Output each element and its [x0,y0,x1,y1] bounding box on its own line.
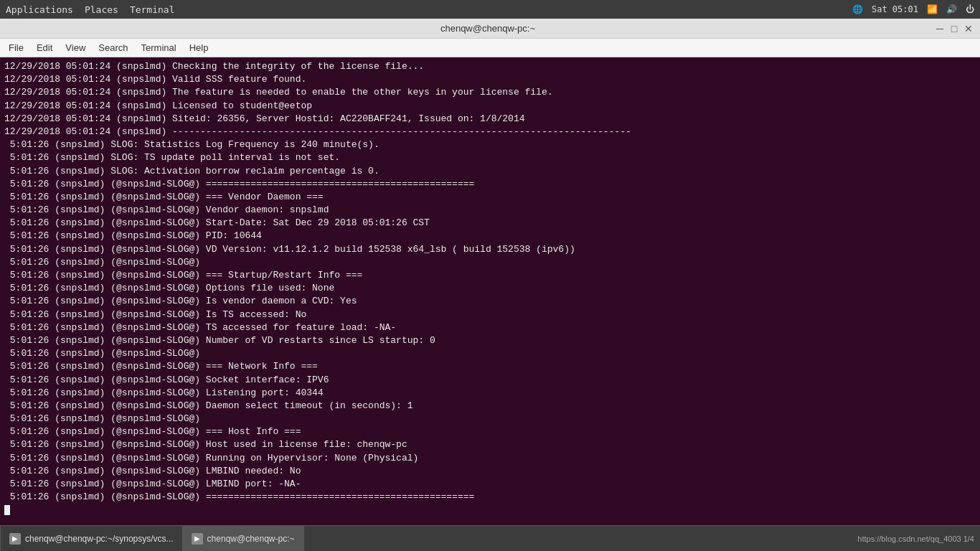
system-bar: Applications Places Terminal 🌐 Sat 05:01… [0,0,980,19]
menu-view[interactable]: View [60,41,91,55]
menu-file[interactable]: File [3,41,29,55]
menu-terminal[interactable]: Terminal [136,41,182,55]
title-bar: chenqw@chenqw-pc:~ ─ □ ✕ [0,19,980,39]
taskbar-item-1[interactable]: ▶chenqw@chenqw-pc:~ [183,526,304,551]
terminal-window: chenqw@chenqw-pc:~ ─ □ ✕ File Edit View … [0,19,980,525]
power-icon: ⏻ [966,4,974,14]
close-button[interactable]: ✕ [963,23,974,34]
taskbar-item-0[interactable]: ▶chenqw@chenqw-pc:~/synopsys/vcs... [0,526,183,551]
applications-menu[interactable]: Applications [6,4,73,15]
window-buttons: ─ □ ✕ [934,23,974,34]
taskbar-item-label: chenqw@chenqw-pc:~/synopsys/vcs... [25,534,174,544]
menu-help[interactable]: Help [184,41,215,55]
menu-edit[interactable]: Edit [31,41,58,55]
volume-icon: 🔊 [946,4,957,14]
terminal-icon: ▶ [9,533,21,545]
system-bar-right: 🌐 Sat 05:01 📶 🔊 ⏻ [852,4,974,14]
clock: Sat 05:01 [872,4,918,14]
wifi-icon: 📶 [927,4,938,14]
window-title: chenqw@chenqw-pc:~ [42,23,934,34]
menu-search[interactable]: Search [93,41,133,55]
taskbar-left: ▶chenqw@chenqw-pc:~/synopsys/vcs...▶chen… [0,526,304,551]
globe-icon: 🌐 [852,4,863,14]
taskbar-right: https://blog.csdn.net/qq_4003 1/4 [857,534,980,543]
menu-bar: File Edit View Search Terminal Help [0,39,980,57]
maximize-button[interactable]: □ [948,23,960,34]
places-menu[interactable]: Places [85,4,118,15]
terminal-icon: ▶ [192,533,203,545]
terminal-menu[interactable]: Terminal [130,4,175,15]
minimize-button[interactable]: ─ [934,23,946,34]
system-bar-left: Applications Places Terminal [6,4,175,15]
taskbar: ▶chenqw@chenqw-pc:~/synopsys/vcs...▶chen… [0,525,980,551]
terminal-output: 12/29/2018 05:01:24 (snpslmd) Checking t… [0,57,980,525]
taskbar-item-label: chenqw@chenqw-pc:~ [207,534,295,544]
